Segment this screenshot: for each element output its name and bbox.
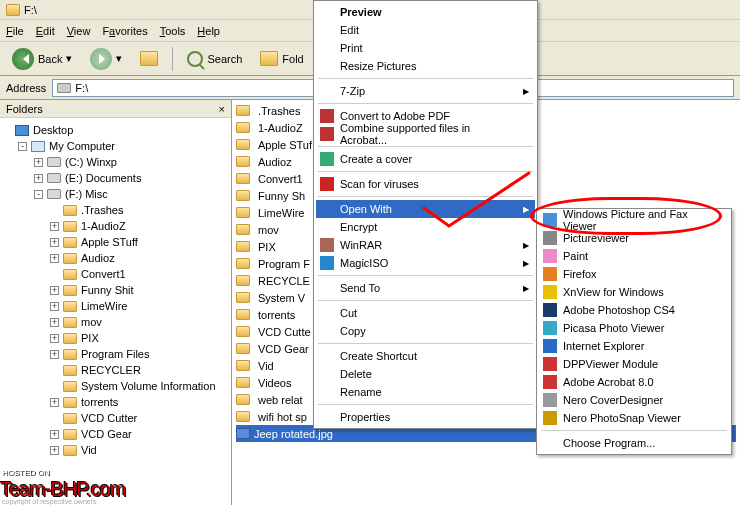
menu-item[interactable]: Choose Program... (539, 434, 729, 452)
tree-item[interactable]: +Audioz (2, 250, 229, 266)
tree-item[interactable]: +mov (2, 314, 229, 330)
menu-item[interactable]: Properties (316, 408, 535, 426)
menu-item[interactable]: Windows Picture and Fax Viewer (539, 211, 729, 229)
tree-item[interactable]: +LimeWire (2, 298, 229, 314)
tree-item[interactable]: .Trashes (2, 202, 229, 218)
menu-item[interactable]: Internet Explorer (539, 337, 729, 355)
up-button[interactable] (134, 49, 164, 68)
menu-item[interactable]: Resize Pictures (316, 57, 535, 75)
folder-icon (236, 156, 250, 167)
menu-item[interactable]: Pictureviewer (539, 229, 729, 247)
menu-favorites[interactable]: Favorites (102, 25, 147, 37)
menu-item[interactable]: Encrypt (316, 218, 535, 236)
tree-expander[interactable]: + (50, 318, 59, 327)
search-button[interactable]: Search (181, 49, 248, 69)
menu-item[interactable]: Rename (316, 383, 535, 401)
menu-item[interactable]: Open With▶ (316, 200, 535, 218)
folder-tree: Desktop-My Computer+(C:) Winxp+(E:) Docu… (0, 118, 231, 462)
close-icon[interactable]: × (219, 103, 225, 115)
menu-item[interactable]: Adobe Acrobat 8.0 (539, 373, 729, 391)
menu-label: Paint (563, 250, 588, 262)
tree-item[interactable]: -My Computer (2, 138, 229, 154)
menu-item[interactable]: Create a cover (316, 150, 535, 168)
menu-label: Choose Program... (563, 437, 655, 449)
menu-edit[interactable]: Edit (36, 25, 55, 37)
menu-item[interactable]: Combine supported files in Acrobat... (316, 125, 535, 143)
tree-expander[interactable]: + (50, 350, 59, 359)
folder-icon (63, 205, 77, 216)
menu-item[interactable]: Paint (539, 247, 729, 265)
menu-label: Create a cover (340, 153, 412, 165)
menu-item[interactable]: DPPViewer Module (539, 355, 729, 373)
menu-item[interactable]: Firefox (539, 265, 729, 283)
menu-item[interactable]: Cut (316, 304, 535, 322)
tree-expander[interactable]: + (50, 302, 59, 311)
menu-item[interactable]: Picasa Photo Viewer (539, 319, 729, 337)
tree-expander[interactable]: - (18, 142, 27, 151)
menu-item[interactable]: MagicISO▶ (316, 254, 535, 272)
menu-tools[interactable]: Tools (160, 25, 186, 37)
tree-item[interactable]: Convert1 (2, 266, 229, 282)
menu-item[interactable]: WinRAR▶ (316, 236, 535, 254)
tree-expander[interactable]: + (50, 254, 59, 263)
menu-label: Convert to Adobe PDF (340, 110, 450, 122)
tree-label: Vid (81, 444, 97, 456)
context-menu: PreviewEditPrintResize Pictures7-Zip▶Con… (313, 0, 538, 429)
menu-item[interactable]: Edit (316, 21, 535, 39)
file-label: mov (258, 224, 279, 236)
desktop-icon (15, 125, 29, 136)
menu-item[interactable]: Scan for viruses (316, 175, 535, 193)
back-button[interactable]: Back ▾ (6, 46, 78, 72)
file-label: Apple STuf (258, 139, 312, 151)
tree-item[interactable]: VCD Cutter (2, 410, 229, 426)
menu-item[interactable]: Copy (316, 322, 535, 340)
folder-icon (63, 237, 77, 248)
menu-item[interactable]: Create Shortcut (316, 347, 535, 365)
menu-separator (318, 171, 533, 172)
tree-item[interactable]: +(E:) Documents (2, 170, 229, 186)
tree-item[interactable]: +Apple STuff (2, 234, 229, 250)
tree-expander[interactable]: + (50, 222, 59, 231)
tree-item[interactable]: +1-AudioZ (2, 218, 229, 234)
menu-item[interactable]: Print (316, 39, 535, 57)
menu-item[interactable]: Delete (316, 365, 535, 383)
tree-item[interactable]: +PIX (2, 330, 229, 346)
menu-item[interactable]: XnView for Windows (539, 283, 729, 301)
folder-icon (236, 207, 250, 218)
tree-item[interactable]: System Volume Information (2, 378, 229, 394)
tree-item[interactable]: Desktop (2, 122, 229, 138)
menu-view[interactable]: View (67, 25, 91, 37)
folder-icon (63, 285, 77, 296)
tree-item[interactable]: +Program Files (2, 346, 229, 362)
folders-button[interactable]: Fold (254, 49, 309, 68)
tree-expander[interactable]: + (50, 238, 59, 247)
menu-label: Properties (340, 411, 390, 423)
menu-item[interactable]: Preview (316, 3, 535, 21)
menu-item[interactable]: Adobe Photoshop CS4 (539, 301, 729, 319)
tree-expander[interactable]: + (50, 398, 59, 407)
tree-item[interactable]: +torrents (2, 394, 229, 410)
menu-file[interactable]: File (6, 25, 24, 37)
tree-item[interactable]: RECYCLER (2, 362, 229, 378)
tree-item[interactable]: +Vid (2, 442, 229, 458)
tree-item[interactable]: -(F:) Misc (2, 186, 229, 202)
menu-help[interactable]: Help (197, 25, 220, 37)
tree-expander[interactable]: + (34, 158, 43, 167)
menu-item[interactable]: Nero PhotoSnap Viewer (539, 409, 729, 427)
menu-item[interactable]: Nero CoverDesigner (539, 391, 729, 409)
folder-icon (236, 258, 250, 269)
tree-expander[interactable]: + (50, 334, 59, 343)
tree-label: .Trashes (81, 204, 123, 216)
tree-expander[interactable]: + (50, 286, 59, 295)
menu-item[interactable]: Send To▶ (316, 279, 535, 297)
menu-item[interactable]: 7-Zip▶ (316, 82, 535, 100)
tree-expander[interactable]: + (34, 174, 43, 183)
tree-item[interactable]: +VCD Gear (2, 426, 229, 442)
tree-expander[interactable]: - (34, 190, 43, 199)
tree-expander[interactable]: + (50, 430, 59, 439)
tree-expander[interactable]: + (50, 446, 59, 455)
tree-item[interactable]: +Funny Shit (2, 282, 229, 298)
forward-button[interactable]: ▾ (84, 46, 128, 72)
tree-item[interactable]: +(C:) Winxp (2, 154, 229, 170)
folder-icon (63, 301, 77, 312)
